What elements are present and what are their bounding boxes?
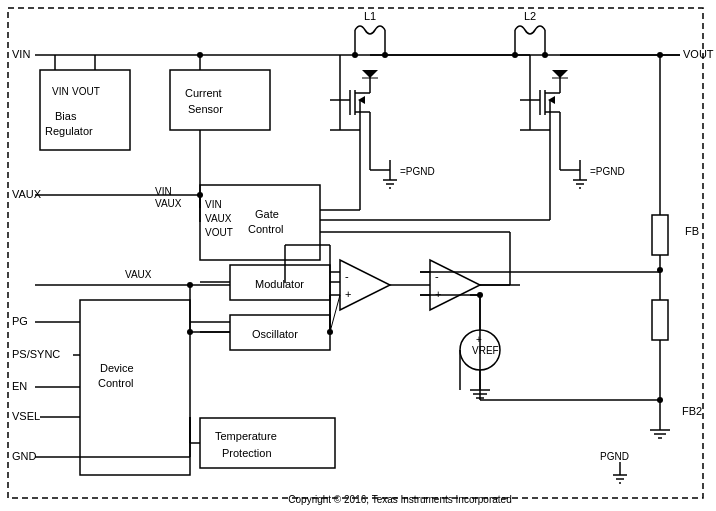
bias-reg-label: Bias: [55, 110, 77, 122]
vout-gate: VOUT: [205, 227, 233, 238]
pgnd-left-label: =PGND: [400, 166, 435, 177]
svg-rect-97: [652, 215, 668, 255]
svg-text:+: +: [345, 288, 351, 300]
svg-point-10: [542, 52, 548, 58]
current-sensor-label2: Sensor: [188, 103, 223, 115]
l1-label: L1: [364, 10, 376, 22]
device-ctrl-label2: Control: [98, 377, 133, 389]
fb2-label: FB2: [682, 405, 702, 417]
svg-rect-11: [40, 70, 130, 150]
bias-reg-label2: Regulator: [45, 125, 93, 137]
svg-marker-24: [362, 70, 378, 78]
vin-below-cs: VIN: [155, 186, 172, 197]
l2-label: L2: [524, 10, 536, 22]
fb-label: FB: [685, 225, 699, 237]
vaux-label: VAUX: [12, 188, 42, 200]
svg-rect-99: [652, 300, 668, 340]
gnd-label: GND: [12, 450, 37, 462]
en-label: EN: [12, 380, 27, 392]
vout-label-right: VOUT: [683, 48, 714, 60]
diagram-container: Copyright © 2016, Texas Instruments Inco…: [0, 0, 716, 511]
vaux-below-cs: VAUX: [155, 198, 182, 209]
svg-rect-118: [200, 418, 335, 468]
svg-line-143: [330, 295, 340, 332]
vin-label: VIN: [12, 48, 30, 60]
vsel-label: VSEL: [12, 410, 40, 422]
pgnd-bottom-label: PGND: [600, 451, 629, 462]
svg-marker-38: [548, 96, 555, 104]
svg-text:+: +: [476, 334, 482, 345]
gate-ctrl-label2: Control: [248, 223, 283, 235]
pg-label: PG: [12, 315, 28, 327]
svg-marker-81: [430, 260, 480, 310]
svg-point-130: [187, 329, 193, 335]
ps-sync-label: PS/SYNC: [12, 348, 60, 360]
svg-text:+: +: [435, 288, 441, 300]
svg-marker-40: [552, 70, 568, 78]
temp-prot-label1: Temperature: [215, 430, 277, 442]
vref-label: VREF: [472, 345, 499, 356]
modulator-label: Modulator: [255, 278, 304, 290]
copyright-text: Copyright © 2016, Texas Instruments Inco…: [288, 494, 511, 505]
svg-text:-: -: [345, 270, 349, 282]
temp-prot-label2: Protection: [222, 447, 272, 459]
device-ctrl-label1: Device: [100, 362, 134, 374]
current-sensor-label1: Current: [185, 87, 222, 99]
vin-in-bias: VIN: [52, 86, 69, 97]
oscillator-label: Oscillator: [252, 328, 298, 340]
vaux-gate: VAUX: [205, 213, 232, 224]
pgnd-right-label: =PGND: [590, 166, 625, 177]
vaux-dc-label: VAUX: [125, 269, 152, 280]
vin-gate: VIN: [205, 199, 222, 210]
gate-ctrl-label1: Gate: [255, 208, 279, 220]
svg-rect-60: [80, 300, 190, 475]
svg-point-7: [352, 52, 358, 58]
svg-point-138: [477, 292, 483, 298]
svg-rect-0: [8, 8, 703, 498]
svg-marker-73: [340, 260, 390, 310]
svg-rect-14: [170, 70, 270, 130]
vout-in-bias: VOUT: [72, 86, 100, 97]
svg-marker-22: [358, 96, 365, 104]
